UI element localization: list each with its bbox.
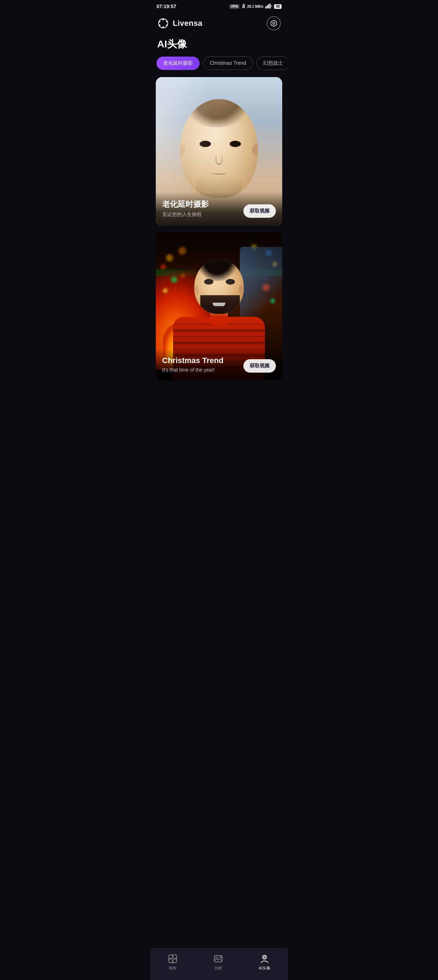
svg-rect-13 bbox=[169, 955, 177, 963]
card-aging-subtitle: 见证您的人生旅程 bbox=[162, 212, 239, 218]
status-bar: 07:19:57 VPN 28.1 MB/s 5G 98 bbox=[150, 0, 288, 11]
filter-tab-fantasy[interactable]: 幻想战士 bbox=[256, 57, 288, 70]
svg-rect-0 bbox=[265, 6, 266, 8]
template-icon bbox=[168, 954, 178, 964]
battery-badge: 98 bbox=[274, 4, 281, 9]
vpn-badge: VPN bbox=[229, 4, 240, 9]
create-label: 创建 bbox=[214, 966, 222, 971]
svg-rect-1 bbox=[267, 5, 268, 8]
svg-point-8 bbox=[166, 24, 167, 26]
card-christmas[interactable]: Christmas Trend It's that time of the ye… bbox=[156, 232, 282, 380]
filter-tab-christmas[interactable]: Christmas Trend bbox=[203, 57, 253, 70]
livensa-logo-icon bbox=[157, 18, 169, 29]
svg-point-6 bbox=[162, 19, 164, 21]
bluetooth-icon bbox=[241, 3, 246, 9]
card-aging-text: 老化延时摄影 见证您的人生旅程 bbox=[162, 199, 239, 218]
svg-text:5G: 5G bbox=[271, 5, 272, 8]
svg-point-11 bbox=[159, 21, 160, 22]
ai-portrait-label: AI头像 bbox=[259, 966, 270, 971]
cards-container: 老化延时摄影 见证您的人生旅程 获取视频 bbox=[150, 77, 288, 412]
create-icon bbox=[213, 954, 223, 964]
svg-point-7 bbox=[166, 21, 167, 22]
svg-rect-18 bbox=[214, 956, 222, 962]
card-christmas-subtitle: It's that time of the year! bbox=[162, 367, 239, 372]
get-video-button-christmas[interactable]: 获取视频 bbox=[243, 359, 276, 372]
get-video-button-aging[interactable]: 获取视频 bbox=[243, 204, 276, 218]
page-title: AI头像 bbox=[150, 34, 288, 57]
nav-item-create[interactable]: 创建 bbox=[206, 953, 230, 972]
nav-item-ai-portrait[interactable]: AI头像 bbox=[251, 953, 277, 972]
card-aging-overlay: 老化延时摄影 见证您的人生旅程 获取视频 bbox=[156, 192, 282, 226]
logo-text: Livensa bbox=[173, 19, 202, 28]
svg-point-12 bbox=[273, 22, 275, 24]
svg-rect-2 bbox=[268, 4, 269, 8]
filter-tab-aging[interactable]: 老化延时摄影 bbox=[157, 57, 200, 70]
status-icons: VPN 28.1 MB/s 5G 98 bbox=[229, 3, 281, 9]
card-aging-title: 老化延时摄影 bbox=[162, 199, 239, 210]
svg-rect-3 bbox=[270, 3, 271, 8]
card-christmas-overlay: Christmas Trend It's that time of the ye… bbox=[156, 349, 282, 380]
svg-point-21 bbox=[262, 955, 266, 959]
camera-button[interactable] bbox=[267, 16, 281, 30]
templates-label: 模板 bbox=[169, 966, 177, 971]
bottom-nav: 模板 创建 AI头像 bbox=[150, 948, 288, 980]
speed-text: 28.1 MB/s bbox=[247, 5, 263, 8]
ai-portrait-icon bbox=[260, 954, 270, 964]
card-christmas-title: Christmas Trend bbox=[162, 356, 239, 365]
svg-point-9 bbox=[162, 27, 164, 28]
card-christmas-text: Christmas Trend It's that time of the ye… bbox=[162, 356, 239, 372]
card-aging[interactable]: 老化延时摄影 见证您的人生旅程 获取视频 bbox=[156, 77, 282, 226]
svg-point-22 bbox=[263, 956, 266, 958]
status-time: 07:19:57 bbox=[157, 3, 176, 9]
svg-point-20 bbox=[220, 956, 222, 958]
camera-icon bbox=[270, 19, 278, 27]
logo-area: Livensa bbox=[157, 18, 202, 29]
nav-item-templates[interactable]: 模板 bbox=[161, 953, 185, 972]
header: Livensa bbox=[150, 11, 288, 34]
svg-point-10 bbox=[159, 24, 160, 26]
filter-tabs: 老化延时摄影 Christmas Trend 幻想战士 赛博朋 bbox=[150, 57, 288, 77]
network-signal: 5G bbox=[265, 3, 272, 9]
